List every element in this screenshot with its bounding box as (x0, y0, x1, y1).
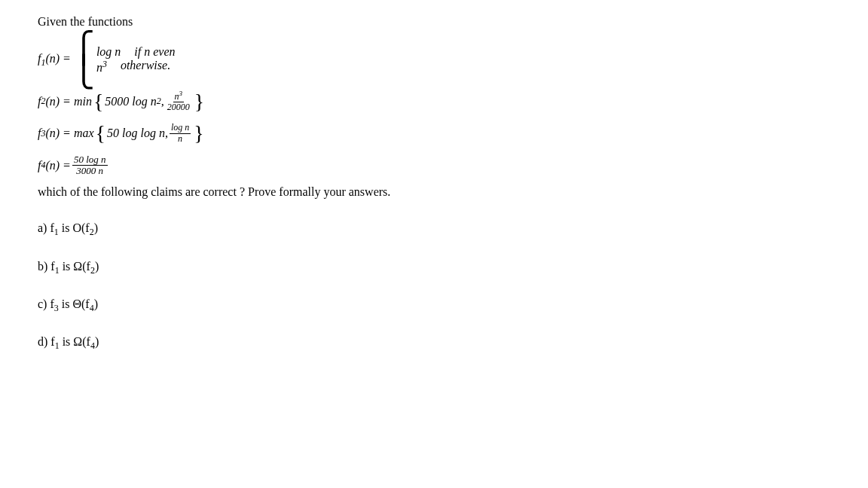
open-brace-icon: { (96, 124, 105, 142)
option-d-label: d) (38, 335, 50, 348)
f4-frac-den: 3000 n (75, 166, 105, 176)
close-brace-icon: } (194, 124, 203, 142)
f4-arg: (n) = (45, 159, 70, 172)
f2-definition: f2(n) = min { 5000 log n2 , n3 20000 } (38, 90, 830, 112)
f4-frac-num: 50 log n (72, 154, 108, 166)
f2-fraction: n3 20000 (166, 90, 191, 112)
f4-fraction: 50 log n 3000 n (72, 154, 108, 177)
f3-fraction: log n n (170, 123, 191, 143)
f3-arg: (n) = max (45, 127, 93, 140)
open-brace-icon: ⎧⎩ (72, 36, 95, 84)
question-text: which of the following claims are correc… (38, 185, 830, 199)
intro-text: Given the functions (38, 15, 830, 29)
f3-part1: 50 log log n (107, 127, 165, 140)
f2-sep: , (161, 95, 164, 108)
f3-frac-den: n (176, 134, 184, 144)
option-d-mid: is Ω(f (60, 335, 90, 348)
option-a-end: ) (94, 221, 98, 234)
f1-case2-exp: 3 (102, 59, 107, 69)
option-a-label: a) (38, 221, 50, 234)
f1-case2-base: n (96, 62, 102, 75)
close-brace-icon: } (194, 92, 204, 111)
f1-case2-cond: otherwise. (121, 59, 170, 75)
option-c: c) f3 is Θ(f4) (38, 297, 830, 314)
open-brace-icon: { (93, 92, 103, 111)
option-c-label: c) (38, 297, 50, 310)
option-d-end: ) (95, 335, 99, 348)
f2-frac-num-exp: 3 (179, 90, 183, 97)
option-b: b) f1 is Ω(f2) (38, 260, 830, 276)
option-a: a) f1 is O(f2) (38, 221, 830, 238)
f4-definition: f4(n) = 50 log n 3000 n (38, 154, 830, 177)
option-b-label: b) (38, 260, 50, 273)
f3-definition: f3(n) = max { 50 log log n , log n n } (38, 123, 830, 143)
option-c-end: ) (94, 297, 98, 310)
option-a-mid: is O(f (59, 221, 90, 234)
f2-frac-den: 20000 (166, 102, 191, 112)
f1-definition: f1(n) = ⎧⎩ log n if n even n3 otherwise. (38, 36, 830, 84)
option-c-mid: is Θ(f (59, 297, 90, 310)
option-b-mid: is Ω(f (60, 260, 90, 273)
f1-arg: (n) = (45, 52, 70, 65)
f1-case1-val: log n (96, 45, 121, 59)
f2-arg: (n) = min (45, 95, 91, 108)
option-b-end: ) (95, 260, 99, 273)
f3-frac-num: log n (170, 123, 191, 133)
option-d: d) f1 is Ω(f4) (38, 335, 830, 352)
f2-part1a: 5000 log n (105, 95, 156, 108)
options-list: a) f1 is O(f2) b) f1 is Ω(f2) c) f3 is Θ… (38, 221, 830, 352)
f1-case1-cond: if n even (134, 45, 175, 59)
f3-sep: , (165, 127, 168, 140)
